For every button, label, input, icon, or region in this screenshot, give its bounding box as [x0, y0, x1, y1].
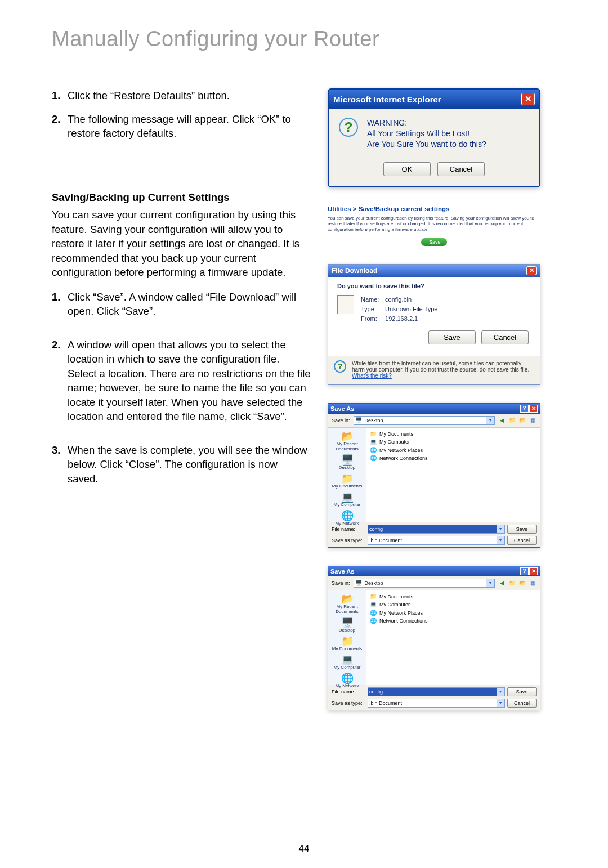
- place-recent[interactable]: 📂My Recent Documents: [328, 430, 366, 453]
- saveastype-select[interactable]: .bin Document▾: [368, 536, 505, 545]
- step-number: 1.: [52, 88, 66, 103]
- place-network[interactable]: 🌐My Network: [328, 509, 366, 527]
- place-documents[interactable]: 📁My Documents: [328, 635, 366, 652]
- places-bar: 📂My Recent Documents 🖥️Desktop 📁My Docum…: [328, 428, 366, 522]
- page-number: 44: [299, 843, 310, 854]
- savein-label: Save in:: [332, 418, 350, 423]
- cancel-button[interactable]: Cancel: [507, 699, 537, 708]
- save-button[interactable]: Save: [421, 238, 447, 246]
- savein-select[interactable]: 🖥️ Desktop ▾: [354, 416, 495, 425]
- dialog-titlebar: File Download ✕: [328, 265, 540, 277]
- chevron-down-icon: ▾: [497, 688, 504, 696]
- list-item[interactable]: 🌐My Network Places: [370, 446, 537, 455]
- folder-label: My Network Places: [379, 610, 423, 617]
- views-icon[interactable]: ▦: [529, 417, 537, 424]
- ok-button[interactable]: OK: [383, 162, 431, 176]
- step-number: 2.: [52, 112, 66, 141]
- back-icon[interactable]: ◀: [498, 579, 506, 587]
- file-list[interactable]: 📁My Documents 💻My Computer 🌐My Network P…: [366, 590, 540, 685]
- page-title: Manually Configuring your Router: [52, 27, 563, 57]
- close-icon[interactable]: ✕: [521, 93, 535, 105]
- file-list[interactable]: 📁My Documents 💻My Computer 🌐My Network P…: [366, 428, 540, 522]
- desktop-icon: 🖥️: [355, 580, 362, 586]
- folder-icon: 📂: [328, 594, 366, 604]
- dialog-title: Save As: [330, 568, 354, 575]
- dialog-title: Save As: [330, 405, 354, 412]
- save-step-1: 1. Click “Save”. A window called “File D…: [52, 290, 311, 319]
- network-icon: 🌐: [370, 454, 377, 463]
- place-documents[interactable]: 📁My Documents: [328, 472, 366, 490]
- place-recent[interactable]: 📂My Recent Documents: [328, 593, 366, 615]
- step-number: 2.: [52, 338, 66, 424]
- folder-label: My Computer: [379, 601, 410, 609]
- list-item[interactable]: 💻My Computer: [370, 438, 537, 446]
- views-icon[interactable]: ▦: [529, 579, 537, 587]
- place-network[interactable]: 🌐My Network: [328, 672, 366, 690]
- close-icon[interactable]: ✕: [529, 567, 538, 575]
- list-item[interactable]: 📁My Documents: [370, 430, 537, 439]
- list-item[interactable]: 🌐Network Connections: [370, 454, 537, 463]
- whats-the-risk-link[interactable]: What's the risk?: [352, 373, 392, 379]
- folder-icon: 📂: [328, 431, 366, 441]
- place-desktop[interactable]: 🖥️Desktop: [328, 454, 366, 471]
- globe-icon: 🌐: [370, 609, 377, 618]
- save-as-footer: File name: config▾ Save Save as type: .b…: [328, 522, 540, 547]
- intro-step-2: 2. The following message will appear. Cl…: [52, 112, 311, 141]
- warning-line-2: Are You Sure You want to do this?: [367, 139, 486, 150]
- warning-label: WARNING:: [367, 118, 486, 128]
- cancel-button[interactable]: Cancel: [481, 330, 529, 344]
- globe-icon: 🌐: [328, 673, 366, 683]
- filename-field[interactable]: config▾: [368, 687, 505, 696]
- dialog-title: Microsoft Internet Explorer: [333, 95, 441, 104]
- section-intro: You can save your current configuration …: [52, 208, 311, 280]
- close-icon[interactable]: ✕: [529, 405, 538, 413]
- globe-icon: 🌐: [370, 446, 377, 455]
- filename-field[interactable]: config▾: [368, 525, 505, 534]
- dialog-buttons: OK Cancel: [329, 154, 539, 186]
- save-button[interactable]: Save: [428, 330, 476, 344]
- help-icon[interactable]: ?: [520, 405, 529, 413]
- place-computer[interactable]: 💻My Computer: [328, 654, 366, 671]
- new-folder-icon[interactable]: 📂: [518, 579, 526, 587]
- cancel-button[interactable]: Cancel: [437, 162, 485, 176]
- up-folder-icon[interactable]: 📁: [508, 579, 516, 587]
- save-step-2: 2. A window will open that allows you to…: [52, 338, 311, 424]
- list-item[interactable]: 💻My Computer: [370, 601, 537, 609]
- saveastype-value: .bin Document: [369, 538, 402, 543]
- place-desktop[interactable]: 🖥️Desktop: [328, 616, 366, 634]
- list-item[interactable]: 🌐Network Connections: [370, 617, 537, 625]
- cancel-button[interactable]: Cancel: [507, 536, 537, 545]
- folder-icon: 📁: [370, 593, 377, 601]
- step-number: 1.: [52, 290, 66, 319]
- dialog-titlebar: Save As ? ✕: [328, 404, 540, 414]
- type-label: Type:: [361, 305, 383, 314]
- utilities-text: You can save your current configuration …: [328, 216, 540, 232]
- save-as-toolbar: Save in: 🖥️ Desktop ▾ ◀ 📁 📂 ▦: [328, 576, 540, 590]
- close-icon[interactable]: ✕: [526, 266, 537, 275]
- savein-select[interactable]: 🖥️ Desktop ▾: [354, 579, 495, 588]
- filename-value: config: [369, 689, 383, 695]
- list-item[interactable]: 🌐My Network Places: [370, 609, 537, 618]
- step-text: Click “Save”. A window called “File Down…: [66, 290, 311, 319]
- file-download-dialog: File Download ✕ Do you want to save this…: [328, 264, 540, 385]
- warning-line-1: All Your Settings Will be Lost!: [367, 128, 486, 139]
- place-computer[interactable]: 💻My Computer: [328, 491, 366, 508]
- file-meta: Name: config.bin Type: Unknown File Type…: [361, 295, 437, 324]
- help-icon[interactable]: ?: [520, 567, 529, 575]
- breadcrumb: Utilities > Save/Backup current settings: [328, 205, 540, 212]
- list-item[interactable]: 📁My Documents: [370, 593, 537, 601]
- name-label: Name:: [361, 295, 383, 305]
- step-text: Click the “Restore Defaults” button.: [66, 88, 311, 103]
- chevron-down-icon: ▾: [486, 579, 494, 587]
- saveastype-select[interactable]: .bin Document▾: [368, 699, 505, 708]
- up-folder-icon[interactable]: 📁: [508, 417, 516, 424]
- place-label: My Recent Documents: [336, 604, 358, 614]
- saveastype-label: Save as type:: [332, 538, 365, 543]
- back-icon[interactable]: ◀: [498, 417, 506, 424]
- new-folder-icon[interactable]: 📂: [518, 417, 526, 424]
- save-button[interactable]: Save: [507, 525, 537, 534]
- save-button[interactable]: Save: [507, 687, 537, 696]
- folder-label: My Computer: [379, 439, 410, 446]
- intro-step-1: 1. Click the “Restore Defaults” button.: [52, 88, 311, 103]
- left-column: 1. Click the “Restore Defaults” button. …: [52, 88, 311, 710]
